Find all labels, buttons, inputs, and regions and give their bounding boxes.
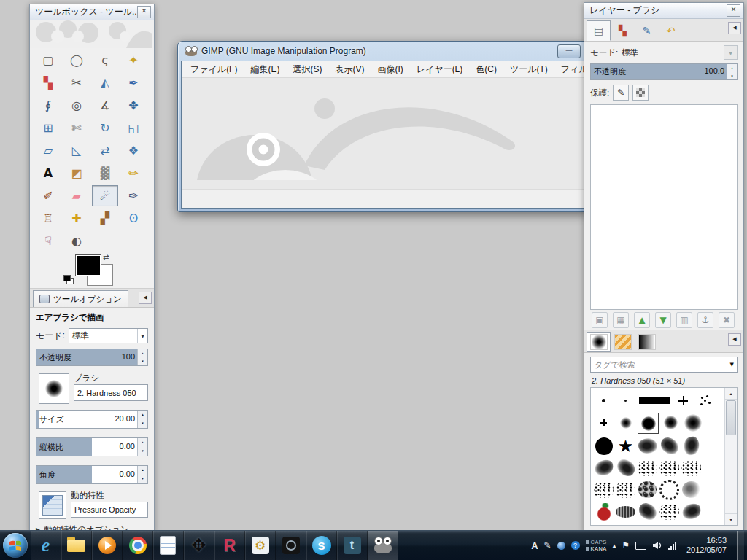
taskbar-gimp[interactable]: [368, 531, 398, 560]
tab-brushes[interactable]: [587, 332, 611, 352]
taskbar-windows-explorer[interactable]: [61, 531, 92, 560]
anchor-layer-button[interactable]: ⚓: [697, 312, 713, 328]
minimize-button[interactable]: —: [557, 44, 581, 58]
show-hidden-icons-button[interactable]: ▴: [613, 542, 616, 549]
brush-soft[interactable]: [683, 413, 703, 432]
brush-scatter[interactable]: [638, 458, 657, 478]
spin-up-icon[interactable]: ▴: [138, 438, 147, 447]
brush-scatter[interactable]: [616, 480, 635, 499]
paint-mode-select[interactable]: 標準 ▼: [69, 328, 148, 343]
tool-free-select[interactable]: ς: [92, 50, 118, 71]
menu-image[interactable]: 画像(I): [371, 61, 409, 78]
dynamics-preview-button[interactable]: [39, 491, 66, 519]
brush-scatter[interactable]: [659, 458, 679, 478]
ime-caps-kana-indicator[interactable]: CAPS KANA: [586, 539, 607, 552]
spin-up-icon[interactable]: ▴: [138, 411, 147, 419]
aspect-spinner[interactable]: ▴▾: [137, 438, 147, 456]
tool-paintbrush[interactable]: ✐: [35, 185, 61, 206]
tool-text[interactable]: A: [35, 163, 61, 184]
network-status-icon[interactable]: [668, 542, 676, 550]
display-icon[interactable]: [635, 542, 646, 550]
taskbar-move-tool[interactable]: ✥: [184, 531, 214, 560]
tool-scale[interactable]: ◱: [120, 117, 147, 139]
brush-plus-small[interactable]: [594, 413, 614, 432]
tab-undo-history[interactable]: ↶: [659, 20, 683, 41]
tool-perspective[interactable]: ◺: [63, 140, 90, 161]
tool-measure[interactable]: ∡: [92, 95, 118, 116]
brush-scatter[interactable]: [659, 524, 679, 525]
help-icon[interactable]: ?: [571, 541, 580, 550]
brush-vine[interactable]: [659, 480, 679, 499]
tool-clone[interactable]: ♖: [35, 208, 61, 229]
spin-up-icon[interactable]: ▴: [138, 466, 147, 475]
scrollbar-thumb[interactable]: [726, 400, 736, 435]
toolbox-close-button[interactable]: ✕: [137, 6, 151, 18]
brush-cells[interactable]: [594, 524, 614, 525]
brush-pepper[interactable]: [594, 502, 614, 521]
tool-ink[interactable]: ✑: [120, 185, 147, 206]
taskbar-tweetdeck[interactable]: t: [337, 531, 368, 560]
brush-scatter[interactable]: [659, 502, 679, 521]
new-layer-group-button[interactable]: ▦: [613, 312, 629, 328]
tab-paths[interactable]: ✎: [635, 20, 659, 41]
menu-filters[interactable]: フィルター: [554, 61, 585, 78]
angle-slider[interactable]: 角度 0.00 ▴▾: [36, 465, 148, 484]
swap-colors-icon[interactable]: ⇄: [103, 253, 109, 261]
tool-heal[interactable]: ✚: [63, 208, 90, 229]
tool-cage-transform[interactable]: ❖: [120, 140, 147, 161]
tab-tool-options[interactable]: ツールオプション: [33, 290, 128, 307]
brush-cells[interactable]: [638, 480, 657, 499]
lock-alpha-button[interactable]: [632, 85, 649, 101]
size-slider[interactable]: サイズ 20.00 ▴▾: [36, 410, 148, 429]
menu-tools[interactable]: ツール(T): [503, 61, 554, 78]
action-center-flag-icon[interactable]: ⚑: [622, 540, 630, 551]
tool-perspective-clone[interactable]: ▞: [92, 208, 118, 229]
delete-layer-button[interactable]: ✖: [719, 312, 735, 328]
layer-opacity-spinner[interactable]: ▴▾: [727, 64, 737, 79]
tool-color-picker[interactable]: ∮: [35, 95, 61, 116]
brush-splat[interactable]: [681, 436, 701, 456]
opacity-slider[interactable]: 不透明度 100 ▴▾: [36, 349, 148, 366]
foreground-color-swatch[interactable]: [75, 254, 101, 276]
lock-pixels-button[interactable]: ✎: [613, 85, 629, 101]
brush-preview-button[interactable]: [39, 373, 69, 404]
menu-layer[interactable]: レイヤー(L): [410, 61, 470, 78]
spin-down-icon[interactable]: ▾: [138, 447, 147, 456]
brush-scatter[interactable]: [594, 480, 614, 499]
brush-soft[interactable]: [616, 413, 635, 432]
spin-up-icon[interactable]: ▴: [138, 349, 147, 357]
brush-splat[interactable]: [594, 458, 614, 478]
tablet-pen-icon[interactable]: ✎: [544, 540, 551, 551]
brush-oval[interactable]: [616, 502, 635, 521]
dock-collapse-button[interactable]: ◀: [728, 22, 741, 34]
network-globe-icon[interactable]: [557, 542, 565, 550]
tool-rectangle-select[interactable]: ▢: [35, 50, 61, 71]
brush-splat[interactable]: [616, 458, 635, 478]
taskbar-settings[interactable]: ⚙: [245, 531, 276, 560]
taskbar-chrome[interactable]: [123, 531, 153, 560]
brush-soft[interactable]: [661, 413, 681, 432]
brush-smoke[interactable]: [681, 480, 701, 499]
tab-gradients[interactable]: [635, 332, 659, 352]
tool-select-by-color[interactable]: ▚: [35, 72, 61, 93]
brush-dot3[interactable]: [594, 391, 614, 411]
spin-down-icon[interactable]: ▾: [138, 419, 147, 428]
menu-file[interactable]: ファイル(F): [184, 61, 244, 78]
scroll-up-icon[interactable]: ▴: [725, 388, 737, 400]
tool-shear[interactable]: ▱: [35, 140, 61, 161]
brush-splat[interactable]: [638, 436, 657, 456]
scroll-down-icon[interactable]: ▾: [725, 513, 737, 525]
taskbar-media-player[interactable]: [92, 531, 123, 560]
menu-colors[interactable]: 色(C): [469, 61, 503, 78]
layer-mode-value[interactable]: 標準: [622, 47, 638, 58]
size-spinner[interactable]: ▴▾: [137, 411, 147, 428]
brush-smoke[interactable]: [616, 524, 635, 525]
tool-smudge[interactable]: ☟: [35, 230, 61, 252]
brush-solid-circle[interactable]: [594, 436, 614, 456]
tool-flip[interactable]: ⇄: [92, 140, 118, 161]
main-titlebar[interactable]: GIMP (GNU Image Manipulation Program) —: [178, 42, 588, 60]
brush-splat[interactable]: [638, 524, 657, 525]
brush-splat[interactable]: [681, 502, 701, 521]
tool-blend[interactable]: ▓: [92, 163, 118, 184]
brush-hardness-050-selected[interactable]: [638, 413, 659, 434]
